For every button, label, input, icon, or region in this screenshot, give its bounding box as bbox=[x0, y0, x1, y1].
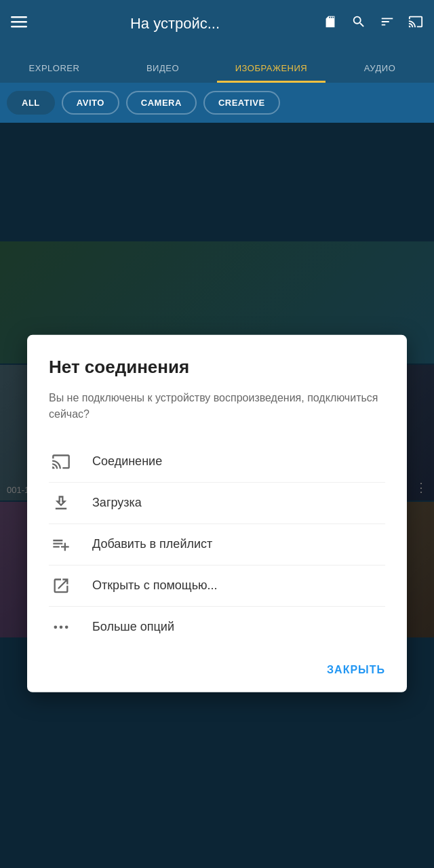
filter-avito[interactable]: AVITO bbox=[62, 91, 119, 115]
top-bar: На устройс... bbox=[0, 0, 434, 47]
more-options-icon bbox=[49, 617, 73, 636]
dialog-item-more[interactable]: Больше опций bbox=[49, 606, 385, 647]
sort-icon[interactable] bbox=[380, 14, 395, 33]
svg-rect-1 bbox=[11, 21, 27, 23]
top-bar-title: На устройс... bbox=[41, 15, 309, 33]
svg-point-4 bbox=[60, 625, 63, 629]
playlist-add-icon bbox=[49, 534, 73, 553]
dialog-item-more-label: Больше опций bbox=[92, 620, 174, 634]
dialog-item-connection-label: Соединение bbox=[92, 454, 162, 469]
dialog-item-download-label: Загрузка bbox=[92, 496, 142, 510]
content-area: 001-172.jpg ⋮ 001-2.jpg ⋮ Нет соединения… bbox=[0, 123, 434, 868]
svg-point-3 bbox=[54, 625, 58, 629]
cast-top-icon[interactable] bbox=[408, 14, 423, 33]
filter-creative[interactable]: CREATIVE bbox=[203, 91, 280, 115]
cast-icon bbox=[49, 452, 73, 471]
tab-explorer[interactable]: EXPLORER bbox=[0, 63, 108, 83]
dialog-item-playlist-label: Добавить в плейлист bbox=[92, 537, 212, 551]
sd-card-icon[interactable] bbox=[323, 14, 338, 33]
filter-all[interactable]: ALL bbox=[7, 91, 55, 115]
tab-video[interactable]: ВИДЕО bbox=[108, 63, 217, 83]
download-icon bbox=[49, 493, 73, 512]
close-button[interactable]: ЗАКРЫТЬ bbox=[327, 663, 385, 675]
app-layout: На устройс... EXPLORER ВИДЕО ИЗОБРАЖЕНИЯ… bbox=[0, 0, 434, 868]
filter-row: ALL AVITO CAMERA CREATIVE bbox=[0, 83, 434, 123]
filter-camera[interactable]: CAMERA bbox=[126, 91, 197, 115]
svg-rect-2 bbox=[11, 26, 27, 28]
open-with-icon bbox=[49, 576, 73, 595]
tab-images[interactable]: ИЗОБРАЖЕНИЯ bbox=[217, 63, 326, 83]
tab-audio[interactable]: АУДИО bbox=[326, 63, 434, 83]
search-icon[interactable] bbox=[351, 14, 366, 33]
dialog-subtitle: Вы не подключены к устройству воспроизве… bbox=[49, 389, 385, 422]
nav-tabs: EXPLORER ВИДЕО ИЗОБРАЖЕНИЯ АУДИО bbox=[0, 47, 434, 83]
dialog-actions: ЗАКРЫТЬ bbox=[49, 658, 385, 675]
dialog-item-download[interactable]: Загрузка bbox=[49, 482, 385, 523]
dialog: Нет соединения Вы не подключены к устрой… bbox=[27, 334, 407, 692]
dialog-item-playlist[interactable]: Добавить в плейлист bbox=[49, 524, 385, 564]
dialog-title: Нет соединения bbox=[49, 356, 385, 377]
dialog-item-open-with-label: Открыть с помощью... bbox=[92, 578, 218, 593]
menu-icon[interactable] bbox=[11, 14, 27, 34]
dialog-item-open-with[interactable]: Открыть с помощью... bbox=[49, 565, 385, 606]
svg-rect-0 bbox=[11, 16, 27, 18]
dialog-item-connection[interactable]: Соединение bbox=[49, 441, 385, 481]
svg-point-5 bbox=[65, 625, 68, 629]
